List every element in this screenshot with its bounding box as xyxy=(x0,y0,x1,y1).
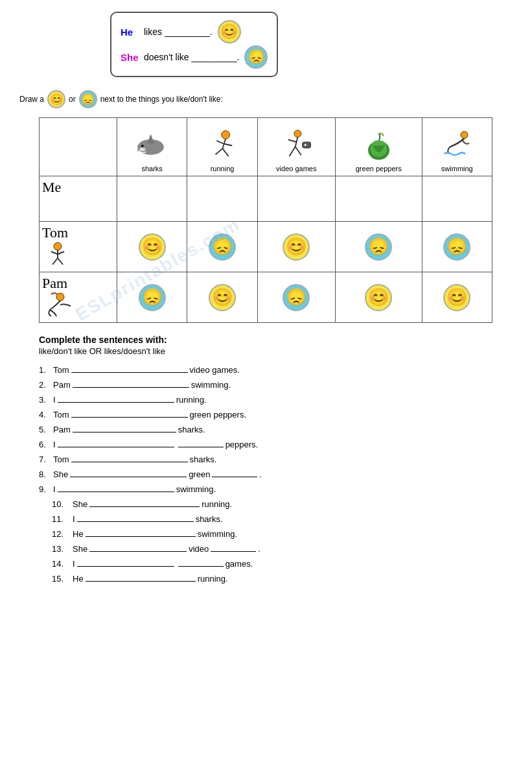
me-running-cell xyxy=(187,176,257,222)
pam-label: Pam xyxy=(42,275,114,292)
tom-swimming-sad: 😞 xyxy=(443,233,470,261)
header-sharks: sharks xyxy=(117,118,187,176)
pam-running-cell: 😊 xyxy=(187,272,257,323)
num-13: 13. xyxy=(52,544,66,554)
activity-table: sharks running xyxy=(39,117,492,323)
svg-line-10 xyxy=(224,144,232,146)
subject-12: He xyxy=(73,529,84,539)
tom-sharks-cell: 😊 xyxy=(117,222,187,272)
num-7: 7. xyxy=(39,455,53,464)
num-12: 12. xyxy=(52,529,66,539)
pam-greenpeppers-happy: 😊 xyxy=(365,284,392,311)
blank-2a xyxy=(73,379,189,388)
blank-7a xyxy=(71,453,188,462)
table-row-me: Me xyxy=(40,176,492,222)
me-swimming-cell xyxy=(422,176,492,222)
sentence-12: 12. He swimming. xyxy=(39,528,513,539)
me-name-cell: Me xyxy=(40,176,117,222)
sentence-2: 2. Pam swimming. xyxy=(39,379,513,390)
subject-5: Pam xyxy=(53,425,71,434)
svg-line-15 xyxy=(288,139,296,142)
me-label: Me xyxy=(42,179,61,195)
svg-point-22 xyxy=(54,243,62,250)
blank-9a xyxy=(58,483,174,492)
blank-11a xyxy=(77,513,194,522)
table-row-tom: Tom 😊 😞 😊 😞 xyxy=(40,222,492,272)
pam-videogames-sad: 😞 xyxy=(283,284,310,311)
end-3: running. xyxy=(176,395,207,405)
svg-line-9 xyxy=(216,141,224,144)
blank-13b xyxy=(211,543,256,552)
svg-line-25 xyxy=(58,252,64,254)
pam-name-cell: Pam xyxy=(40,272,117,323)
tom-greenpeppers-cell: 😞 xyxy=(335,222,422,272)
subject-13: She xyxy=(73,544,87,554)
video-games-label: video games xyxy=(262,165,331,172)
subject-1: Tom xyxy=(53,365,69,375)
svg-line-7 xyxy=(215,148,222,154)
num-4: 4. xyxy=(39,410,53,420)
me-videogames-cell xyxy=(257,176,335,222)
end-2: swimming. xyxy=(191,380,231,390)
blank-13a xyxy=(89,543,187,552)
tom-swimming-cell: 😞 xyxy=(422,222,492,272)
sad-smiley-ref: 😞 xyxy=(244,45,268,69)
svg-line-14 xyxy=(295,147,301,155)
blank-6a xyxy=(58,438,174,447)
end-12: swimming. xyxy=(198,529,237,539)
subject-15: He xyxy=(73,574,84,584)
blank-3a xyxy=(58,394,174,403)
happy-smiley-draw: 😊 xyxy=(47,90,65,108)
video-games-icon xyxy=(279,128,314,163)
sentence-7: 7. Tom sharks. xyxy=(39,453,513,464)
complete-subtext: like/don't like OR likes/doesn't like xyxy=(39,346,513,356)
num-15: 15. xyxy=(52,574,66,584)
sentence-10: 10. She running. xyxy=(39,498,513,509)
draw-instruction: Draw a 😊 or 😞 next to the things you lik… xyxy=(19,90,513,108)
svg-line-13 xyxy=(289,147,295,156)
pam-swimming-happy: 😊 xyxy=(443,284,470,311)
happy-smiley-ref: 😊 xyxy=(218,20,241,43)
pam-greenpeppers-cell: 😊 xyxy=(335,272,422,323)
green-peppers-label: green peppers xyxy=(340,165,418,172)
svg-line-8 xyxy=(222,148,228,156)
blank-1a xyxy=(71,364,188,373)
pronoun-she: She xyxy=(121,52,139,63)
sentence-14: 14. I games. xyxy=(39,558,513,569)
sad-smiley-draw: 😞 xyxy=(79,90,97,108)
blank-14a xyxy=(77,558,174,567)
complete-heading: Complete the sentences with: xyxy=(39,335,513,345)
doesnt-like-text: doesn't like _________. xyxy=(144,52,239,62)
end-13: . xyxy=(258,544,260,554)
subject-14: I xyxy=(73,559,75,569)
subject-8: She xyxy=(53,469,68,479)
svg-point-11 xyxy=(294,130,301,137)
end-9: swimming. xyxy=(176,484,216,494)
pronoun-he: He xyxy=(121,27,139,38)
num-1: 1. xyxy=(39,365,53,375)
blank-14b xyxy=(178,558,224,567)
blank-12a xyxy=(86,528,196,537)
blank-8a xyxy=(70,468,187,477)
pam-running-happy: 😊 xyxy=(209,284,236,311)
header-swimming: swimming xyxy=(422,118,492,176)
num-6: 6. xyxy=(39,440,53,449)
sentence-4: 4. Tom green peppers. xyxy=(39,409,513,420)
subject-9: I xyxy=(53,484,56,494)
svg-marker-1 xyxy=(147,134,154,144)
mid-8: green xyxy=(189,469,210,479)
svg-point-5 xyxy=(221,131,229,139)
svg-point-4 xyxy=(141,145,144,147)
blank-15a xyxy=(86,573,196,582)
end-10: running. xyxy=(202,499,232,509)
end-4: green peppers. xyxy=(190,410,246,420)
sentence-list: 1. Tom video games. 2. Pam swimming. 3. … xyxy=(39,364,513,584)
green-pepper-icon xyxy=(361,128,397,163)
running-label: running xyxy=(191,165,253,172)
subject-2: Pam xyxy=(53,380,71,390)
subject-7: Tom xyxy=(53,455,69,464)
tom-videogames-happy: 😊 xyxy=(283,233,310,261)
svg-line-26 xyxy=(52,258,58,265)
tom-figure-icon xyxy=(42,241,73,266)
blank-10a xyxy=(89,498,200,507)
